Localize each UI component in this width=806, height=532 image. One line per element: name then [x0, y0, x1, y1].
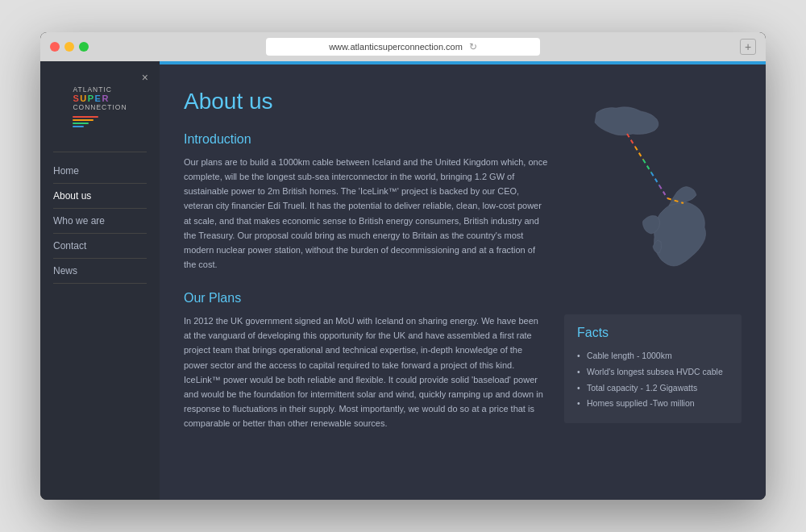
sidebar-item-about[interactable]: About us	[40, 184, 160, 208]
content-left: About us Introduction Our plans are to b…	[184, 89, 548, 476]
svg-line-5	[659, 185, 667, 198]
map-container	[564, 89, 742, 298]
browser-window: www.atlanticsuperconnection.com ↻ + × AT…	[40, 32, 766, 500]
facts-title: Facts	[577, 326, 729, 340]
svg-line-3	[643, 160, 651, 172]
refresh-icon[interactable]: ↻	[469, 41, 477, 52]
sidebar-item-news[interactable]: News	[40, 259, 160, 283]
sidebar-item-home[interactable]: Home	[40, 159, 160, 183]
intro-text: Our plans are to build a 1000km cable be…	[184, 155, 548, 272]
browser-titlebar: www.atlanticsuperconnection.com ↻ +	[40, 32, 766, 61]
fact-item-4: Homes supplied -Two million	[577, 396, 729, 412]
sidebar-nav: Home About us Who we are Contact News	[40, 152, 160, 290]
url-bar[interactable]: www.atlanticsuperconnection.com ↻	[266, 38, 540, 56]
sidebar: × ATLANTIC SUPER CONNECTION	[40, 61, 160, 500]
logo-lines	[73, 116, 127, 127]
logo-connection: CONNECTION	[73, 103, 127, 111]
intro-title: Introduction	[184, 132, 548, 147]
main-area: About us Introduction Our plans are to b…	[160, 61, 766, 500]
sidebar-item-who[interactable]: Who we are	[40, 209, 160, 233]
plans-text: In 2012 the UK government signed an MoU …	[184, 314, 548, 430]
maximize-button[interactable]	[79, 42, 89, 52]
fact-item-1: Cable length - 1000km	[577, 348, 729, 364]
sidebar-divider-5	[53, 283, 147, 284]
logo-atlantic: ATLANTIC	[73, 85, 127, 94]
fact-item-3: Total capacity - 1.2 Gigawatts	[577, 380, 729, 397]
sidebar-close-button[interactable]: ×	[142, 71, 148, 84]
facts-list: Cable length - 1000km World's longest su…	[577, 348, 729, 412]
fact-item-2: World's longest subsea HVDC cable	[577, 364, 729, 380]
map-svg	[564, 89, 742, 298]
sidebar-item-contact[interactable]: Contact	[40, 234, 160, 258]
svg-line-2	[635, 147, 643, 160]
svg-line-4	[651, 172, 659, 185]
new-tab-button[interactable]: +	[740, 39, 756, 55]
browser-content: × ATLANTIC SUPER CONNECTION	[40, 61, 766, 500]
browser-buttons	[50, 42, 89, 52]
page-title: About us	[184, 89, 548, 114]
content-right: Facts Cable length - 1000km World's long…	[564, 89, 742, 476]
minimize-button[interactable]	[64, 42, 74, 52]
logo-super: SUPER	[73, 94, 127, 103]
main-content: About us Introduction Our plans are to b…	[160, 64, 766, 500]
close-button[interactable]	[50, 42, 60, 52]
plans-title: Our Plans	[184, 291, 548, 305]
svg-line-1	[627, 134, 635, 147]
svg-line-0	[627, 134, 683, 202]
url-text: www.atlanticsuperconnection.com	[329, 42, 463, 52]
facts-container: Facts Cable length - 1000km World's long…	[564, 314, 742, 423]
